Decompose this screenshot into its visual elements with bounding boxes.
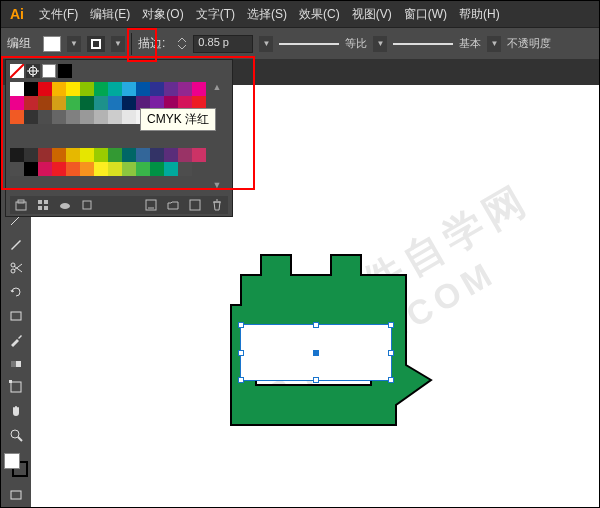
swatch-cell[interactable] bbox=[10, 162, 24, 176]
swatch-cell[interactable] bbox=[94, 82, 108, 96]
swatch-cell[interactable] bbox=[122, 110, 136, 124]
menu-view[interactable]: 视图(V) bbox=[352, 6, 392, 23]
swatch-cell[interactable] bbox=[80, 110, 94, 124]
stroke-swatch[interactable] bbox=[87, 36, 105, 52]
menu-edit[interactable]: 编辑(E) bbox=[90, 6, 130, 23]
swatch-cell[interactable] bbox=[66, 110, 80, 124]
profile-dropdown[interactable]: ▼ bbox=[373, 36, 387, 52]
swatch-cell[interactable] bbox=[150, 82, 164, 96]
selection-handle[interactable] bbox=[238, 350, 244, 356]
hand-tool[interactable] bbox=[3, 399, 29, 423]
swatch-cell[interactable] bbox=[80, 162, 94, 176]
show-kinds-icon[interactable] bbox=[36, 198, 50, 212]
stroke-weight-field[interactable]: 0.85 p bbox=[193, 35, 253, 53]
stroke-weight-dropdown[interactable]: ▼ bbox=[259, 36, 273, 52]
swatch-cell[interactable] bbox=[150, 148, 164, 162]
swatch-cell[interactable] bbox=[108, 110, 122, 124]
swatch-cell[interactable] bbox=[94, 148, 108, 162]
edit-swatch-icon[interactable] bbox=[188, 198, 202, 212]
fill-swatch[interactable] bbox=[43, 36, 61, 52]
stepper-up-icon[interactable] bbox=[177, 37, 187, 43]
scroll-up-icon[interactable]: ▲ bbox=[213, 82, 222, 92]
swatch-cell[interactable] bbox=[108, 162, 122, 176]
swatch-cell[interactable] bbox=[52, 96, 66, 110]
gradient-tool[interactable] bbox=[3, 352, 29, 376]
swatch-cell[interactable] bbox=[136, 82, 150, 96]
swatch-cell[interactable] bbox=[52, 148, 66, 162]
selection-center[interactable] bbox=[313, 350, 319, 356]
swatch-cell[interactable] bbox=[164, 162, 178, 176]
swatch-cell[interactable] bbox=[136, 148, 150, 162]
swatch-cell[interactable] bbox=[94, 96, 108, 110]
none-swatch-icon[interactable] bbox=[10, 64, 24, 78]
selection-handle[interactable] bbox=[388, 322, 394, 328]
fill-stroke-swap[interactable] bbox=[4, 453, 28, 477]
menu-object[interactable]: 对象(O) bbox=[142, 6, 183, 23]
zoom-tool[interactable] bbox=[3, 423, 29, 447]
swatch-cell[interactable] bbox=[66, 148, 80, 162]
screen-mode[interactable] bbox=[3, 483, 29, 507]
trash-icon[interactable] bbox=[210, 198, 224, 212]
swatch-cell[interactable] bbox=[24, 148, 38, 162]
selection-handle[interactable] bbox=[388, 377, 394, 383]
registration-swatch-icon[interactable] bbox=[26, 64, 40, 78]
swatch-cell[interactable] bbox=[24, 96, 38, 110]
swatch-options-icon[interactable] bbox=[58, 198, 72, 212]
brush-dropdown[interactable]: ▼ bbox=[487, 36, 501, 52]
swatch-cell[interactable] bbox=[108, 82, 122, 96]
swatch-cell[interactable] bbox=[24, 110, 38, 124]
swatch-cell[interactable] bbox=[52, 162, 66, 176]
swatch-cell[interactable] bbox=[10, 96, 24, 110]
swatch-cell[interactable] bbox=[38, 110, 52, 124]
rotate-tool[interactable] bbox=[3, 280, 29, 304]
menu-effect[interactable]: 效果(C) bbox=[299, 6, 340, 23]
swatch-cell[interactable] bbox=[164, 148, 178, 162]
swatch-cell[interactable] bbox=[122, 162, 136, 176]
swatch-cell[interactable] bbox=[38, 162, 52, 176]
swatch-cell[interactable] bbox=[122, 82, 136, 96]
swatch-cell[interactable] bbox=[52, 82, 66, 96]
lib-icon[interactable] bbox=[14, 198, 28, 212]
swatch-cell[interactable] bbox=[94, 110, 108, 124]
swatch-cell[interactable] bbox=[192, 82, 206, 96]
swatch-cell[interactable] bbox=[94, 162, 108, 176]
swatch-cell[interactable] bbox=[178, 82, 192, 96]
swatch-cell[interactable] bbox=[164, 82, 178, 96]
scroll-down-icon[interactable]: ▼ bbox=[213, 180, 222, 190]
rectangle-tool[interactable] bbox=[3, 304, 29, 328]
new-swatch-icon[interactable] bbox=[144, 198, 158, 212]
swatch-cell[interactable] bbox=[80, 96, 94, 110]
swatch-cell[interactable] bbox=[38, 96, 52, 110]
eyedropper-tool[interactable] bbox=[3, 328, 29, 352]
swatch-scrollbar[interactable]: ▲ ▼ bbox=[210, 82, 224, 190]
new-color-group-icon[interactable] bbox=[80, 198, 94, 212]
swatch-cell[interactable] bbox=[80, 148, 94, 162]
fill-indicator[interactable] bbox=[4, 453, 20, 469]
swatch-cell[interactable] bbox=[66, 82, 80, 96]
swatch-cell[interactable] bbox=[108, 148, 122, 162]
menu-select[interactable]: 选择(S) bbox=[247, 6, 287, 23]
white-swatch[interactable] bbox=[42, 64, 56, 78]
scissors-tool[interactable] bbox=[3, 256, 29, 280]
swatch-cell[interactable] bbox=[38, 148, 52, 162]
swatch-cell[interactable] bbox=[10, 110, 24, 124]
selection-handle[interactable] bbox=[388, 350, 394, 356]
menu-window[interactable]: 窗口(W) bbox=[404, 6, 447, 23]
fill-dropdown[interactable]: ▼ bbox=[67, 36, 81, 52]
swatch-cell[interactable] bbox=[10, 148, 24, 162]
swatch-cell[interactable] bbox=[150, 162, 164, 176]
swatch-cell[interactable] bbox=[10, 82, 24, 96]
selection-handle[interactable] bbox=[238, 377, 244, 383]
paintbrush-tool[interactable] bbox=[3, 232, 29, 256]
swatch-cell[interactable] bbox=[178, 162, 192, 176]
stepper-down-icon[interactable] bbox=[177, 44, 187, 50]
swatch-cell[interactable] bbox=[192, 148, 206, 162]
swatch-cell[interactable] bbox=[24, 162, 38, 176]
artboard-tool[interactable] bbox=[3, 376, 29, 400]
swatch-cell[interactable] bbox=[108, 96, 122, 110]
swatch-cell[interactable] bbox=[52, 110, 66, 124]
selection-handle[interactable] bbox=[313, 377, 319, 383]
selection-handle[interactable] bbox=[313, 322, 319, 328]
swatch-cell[interactable] bbox=[38, 82, 52, 96]
swatch-cell[interactable] bbox=[136, 162, 150, 176]
